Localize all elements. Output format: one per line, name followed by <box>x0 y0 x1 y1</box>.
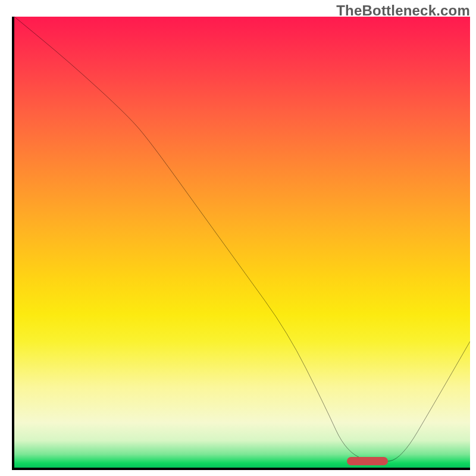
plot-area <box>12 17 470 470</box>
watermark-text: TheBottleneck.com <box>336 2 470 19</box>
bottleneck-chart: TheBottleneck.com <box>0 0 476 476</box>
bottleneck-curve-path <box>14 17 470 462</box>
curve-svg <box>14 17 470 468</box>
optimum-marker <box>347 457 388 465</box>
